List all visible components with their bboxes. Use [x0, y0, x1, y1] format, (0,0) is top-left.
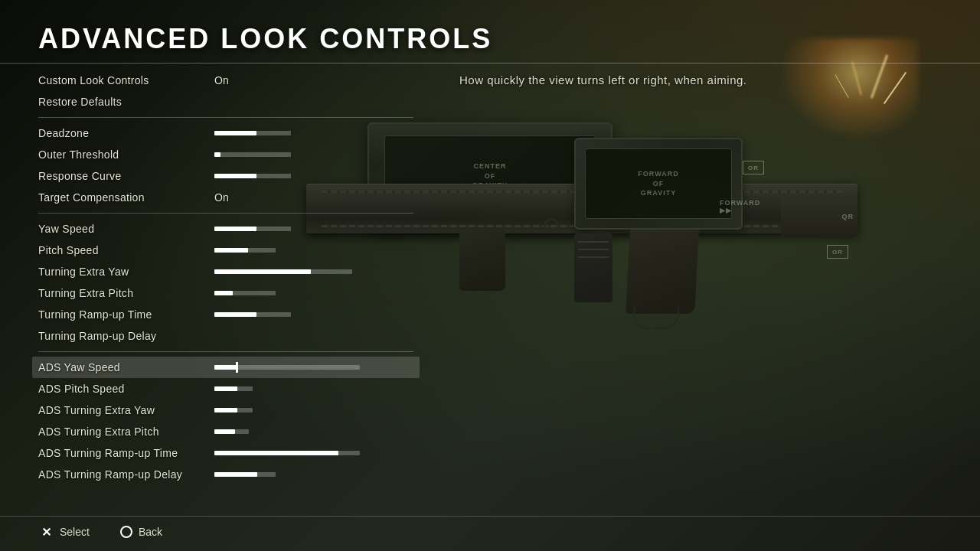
ads-yaw-speed-label: ADS Yaw Speed — [38, 361, 207, 373]
ads-turning-rampup-time-slider[interactable] — [214, 451, 360, 455]
speed-section: Yaw Speed Pitch Speed Turning Extra Yaw — [38, 218, 413, 347]
basic-section: Deadzone Outer Threshold Response Curve — [38, 122, 413, 208]
deadzone-label: Deadzone — [38, 127, 207, 139]
main-area: Custom Look Controls On Restore Defaults… — [0, 70, 980, 516]
select-button[interactable]: ✕ Select — [38, 524, 90, 540]
custom-look-value: On — [214, 74, 229, 86]
ads-pitch-speed-slider[interactable] — [214, 386, 253, 391]
divider-3 — [38, 351, 413, 352]
back-label: Back — [139, 526, 162, 538]
ads-turning-extra-yaw-label: ADS Turning Extra Yaw — [38, 404, 207, 416]
target-compensation-label: Target Compensation — [38, 191, 207, 204]
select-label: Select — [60, 526, 90, 538]
setting-row-target-compensation[interactable]: Target Compensation On — [38, 187, 413, 208]
setting-row-ads-turning-rampup-delay[interactable]: ADS Turning Ramp-up Delay — [38, 464, 413, 485]
footer: ✕ Select Back — [0, 516, 980, 551]
turning-extra-pitch-label: Turning Extra Pitch — [38, 287, 207, 299]
response-curve-label: Response Curve — [38, 170, 207, 182]
setting-row-ads-yaw-speed[interactable]: ADS Yaw Speed — [32, 357, 420, 378]
turning-rampup-time-slider[interactable] — [214, 312, 291, 317]
setting-row-pitch-speed[interactable]: Pitch Speed — [38, 240, 413, 261]
header: ADVANCED LOOK CONTROLS — [0, 23, 980, 64]
ads-turning-extra-pitch-label: ADS Turning Extra Pitch — [38, 425, 207, 438]
pitch-speed-label: Pitch Speed — [38, 244, 207, 256]
response-curve-slider[interactable] — [214, 174, 291, 178]
x-icon: ✕ — [38, 524, 54, 540]
ads-turning-extra-pitch-slider[interactable] — [214, 429, 249, 434]
circle-icon — [120, 526, 132, 538]
setting-row-ads-turning-extra-pitch[interactable]: ADS Turning Extra Pitch — [38, 421, 413, 442]
setting-row-deadzone[interactable]: Deadzone — [38, 122, 413, 144]
target-compensation-value: On — [214, 191, 229, 204]
setting-row-yaw-speed[interactable]: Yaw Speed — [38, 218, 413, 240]
outer-threshold-label: Outer Threshold — [38, 148, 207, 161]
turning-rampup-delay-label: Turning Ramp-up Delay — [38, 330, 207, 342]
page-title: ADVANCED LOOK CONTROLS — [38, 23, 949, 55]
ads-section: ADS Yaw Speed ADS Pitch Speed A — [38, 357, 413, 485]
deadzone-slider[interactable] — [214, 131, 291, 135]
restore-defaults-label: Restore Defaults — [38, 96, 207, 108]
turning-extra-yaw-slider[interactable] — [214, 269, 352, 274]
info-text: How quickly the view turns left or right… — [459, 73, 746, 86]
ads-pitch-speed-label: ADS Pitch Speed — [38, 383, 207, 395]
custom-look-label: Custom Look Controls — [38, 74, 207, 86]
turning-extra-yaw-label: Turning Extra Yaw — [38, 266, 207, 278]
setting-row-turning-extra-pitch[interactable]: Turning Extra Pitch — [38, 282, 413, 304]
setting-row-custom-look[interactable]: Custom Look Controls On — [38, 70, 413, 91]
turning-rampup-time-label: Turning Ramp-up Time — [38, 308, 207, 321]
divider-2 — [38, 213, 413, 214]
ads-yaw-speed-slider[interactable] — [214, 365, 360, 370]
setting-row-ads-pitch-speed[interactable]: ADS Pitch Speed — [38, 378, 413, 399]
turning-extra-pitch-slider[interactable] — [214, 291, 276, 295]
outer-threshold-slider[interactable] — [214, 152, 291, 157]
info-panel: How quickly the view turns left or right… — [429, 70, 980, 516]
ads-turning-extra-yaw-slider[interactable] — [214, 408, 253, 412]
setting-row-turning-extra-yaw[interactable]: Turning Extra Yaw — [38, 261, 413, 282]
setting-row-turning-rampup-time[interactable]: Turning Ramp-up Time — [38, 304, 413, 325]
ads-turning-rampup-delay-slider[interactable] — [214, 472, 276, 477]
settings-panel: Custom Look Controls On Restore Defaults… — [0, 70, 429, 516]
divider-1 — [38, 117, 413, 118]
setting-row-outer-threshold[interactable]: Outer Threshold — [38, 144, 413, 165]
ads-turning-rampup-delay-label: ADS Turning Ramp-up Delay — [38, 468, 207, 481]
yaw-speed-slider[interactable] — [214, 227, 291, 231]
content-overlay: ADVANCED LOOK CONTROLS Custom Look Contr… — [0, 0, 980, 551]
setting-row-turning-rampup-delay[interactable]: Turning Ramp-up Delay — [38, 325, 413, 347]
back-button[interactable]: Back — [120, 526, 162, 538]
top-section: Custom Look Controls On Restore Defaults — [38, 70, 413, 112]
setting-row-response-curve[interactable]: Response Curve — [38, 165, 413, 187]
ads-turning-rampup-time-label: ADS Turning Ramp-up Time — [38, 447, 207, 459]
yaw-speed-label: Yaw Speed — [38, 223, 207, 235]
pitch-speed-slider[interactable] — [214, 248, 276, 253]
setting-row-restore-defaults[interactable]: Restore Defaults — [38, 91, 413, 112]
setting-row-ads-turning-extra-yaw[interactable]: ADS Turning Extra Yaw — [38, 399, 413, 421]
setting-row-ads-turning-rampup-time[interactable]: ADS Turning Ramp-up Time — [38, 442, 413, 464]
